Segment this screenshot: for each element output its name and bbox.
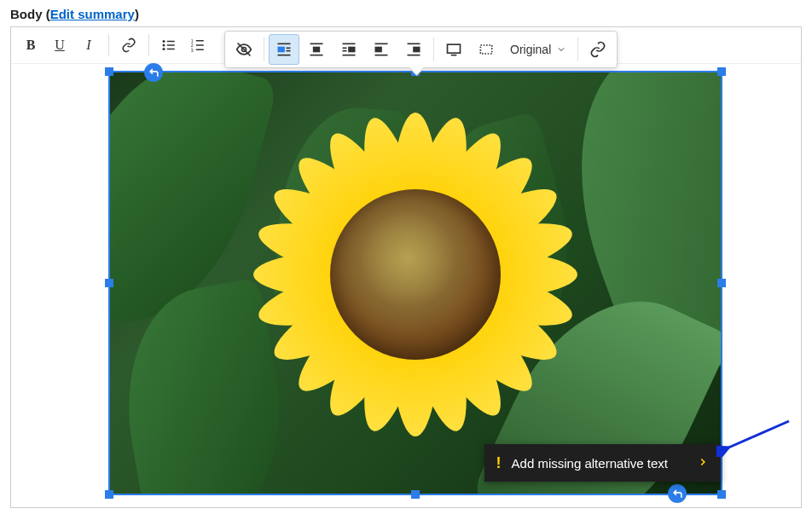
svg-rect-17	[287, 50, 291, 52]
toolbar-separator	[148, 34, 149, 56]
svg-rect-32	[408, 55, 420, 56]
svg-rect-22	[343, 43, 356, 45]
align-left-button[interactable]	[366, 34, 397, 65]
svg-rect-19	[310, 43, 323, 45]
align-break-right-button[interactable]	[334, 34, 364, 65]
bullet-list-button[interactable]	[154, 31, 183, 60]
svg-point-4	[163, 48, 165, 50]
bold-button[interactable]: B	[16, 31, 45, 60]
insert-paragraph-after[interactable]	[668, 484, 687, 503]
svg-rect-30	[408, 43, 420, 45]
body-label: Body	[10, 7, 43, 21]
resize-handle-ml[interactable]	[105, 279, 113, 287]
chevron-down-icon	[556, 44, 566, 55]
svg-rect-33	[448, 44, 461, 53]
svg-rect-25	[343, 50, 347, 52]
toolbar-separator	[433, 38, 434, 61]
resize-handle-tl[interactable]	[105, 67, 113, 76]
align-center-button[interactable]	[301, 34, 332, 65]
field-label: Body (Edit summary)	[10, 7, 802, 21]
viewmode-custom-button[interactable]	[471, 34, 502, 65]
svg-rect-31	[413, 47, 420, 53]
svg-rect-35	[480, 45, 491, 54]
svg-rect-11	[196, 49, 204, 51]
image-link-button[interactable]	[583, 34, 613, 65]
resize-handle-bl[interactable]	[105, 490, 113, 499]
svg-rect-20	[313, 47, 320, 53]
selected-image[interactable]: ! Add missing alternative text	[108, 71, 722, 495]
insert-paragraph-before[interactable]	[144, 63, 163, 82]
chevron-right-icon	[697, 456, 709, 471]
svg-rect-9	[196, 44, 204, 46]
edit-summary-link[interactable]: Edit summary	[50, 7, 135, 21]
svg-text:3: 3	[191, 48, 194, 53]
svg-rect-23	[348, 47, 355, 53]
resize-handle-mr[interactable]	[717, 279, 726, 287]
svg-rect-7	[196, 40, 204, 42]
svg-rect-1	[167, 41, 175, 43]
svg-rect-29	[375, 55, 388, 56]
underline-button[interactable]: U	[45, 31, 74, 60]
alt-text-warning[interactable]: ! Add missing alternative text	[484, 444, 721, 482]
svg-rect-14	[278, 43, 291, 45]
toolbar-separator	[264, 38, 264, 61]
toolbar-separator	[108, 34, 109, 56]
image-size-label: Original	[510, 43, 551, 56]
svg-rect-27	[375, 43, 388, 45]
image-size-dropdown[interactable]: Original	[502, 34, 574, 65]
image-content	[110, 72, 721, 494]
italic-button[interactable]: I	[74, 31, 103, 60]
svg-rect-28	[375, 47, 382, 53]
svg-point-0	[163, 40, 165, 43]
svg-rect-18	[278, 55, 291, 56]
annotation-arrow	[716, 414, 793, 459]
editor: B U I 123	[10, 26, 802, 508]
image-toolbar: Original	[224, 31, 618, 68]
resize-handle-tr[interactable]	[717, 67, 726, 76]
toolbar-separator	[577, 38, 578, 61]
svg-rect-15	[278, 47, 285, 53]
resize-handle-bc[interactable]	[411, 490, 420, 499]
numbered-list-button[interactable]: 123	[183, 31, 212, 60]
viewmode-full-button[interactable]	[438, 34, 469, 65]
svg-rect-24	[343, 48, 347, 49]
align-right-button[interactable]	[398, 34, 429, 65]
svg-rect-26	[343, 55, 356, 56]
toggle-visibility-button[interactable]	[229, 34, 259, 65]
svg-rect-5	[167, 49, 175, 50]
main-toolbar: B U I 123	[11, 27, 801, 64]
svg-rect-16	[287, 48, 291, 49]
editor-canvas[interactable]: ! Add missing alternative text	[11, 64, 801, 507]
svg-rect-3	[167, 44, 175, 46]
link-button[interactable]	[114, 31, 143, 60]
svg-point-2	[163, 44, 165, 47]
svg-line-36	[727, 421, 789, 448]
alt-text-warning-label: Add missing alternative text	[512, 456, 668, 471]
svg-rect-21	[310, 55, 323, 56]
warning-icon: !	[496, 454, 502, 472]
align-break-left-button[interactable]	[269, 34, 299, 65]
resize-handle-br[interactable]	[717, 490, 726, 499]
